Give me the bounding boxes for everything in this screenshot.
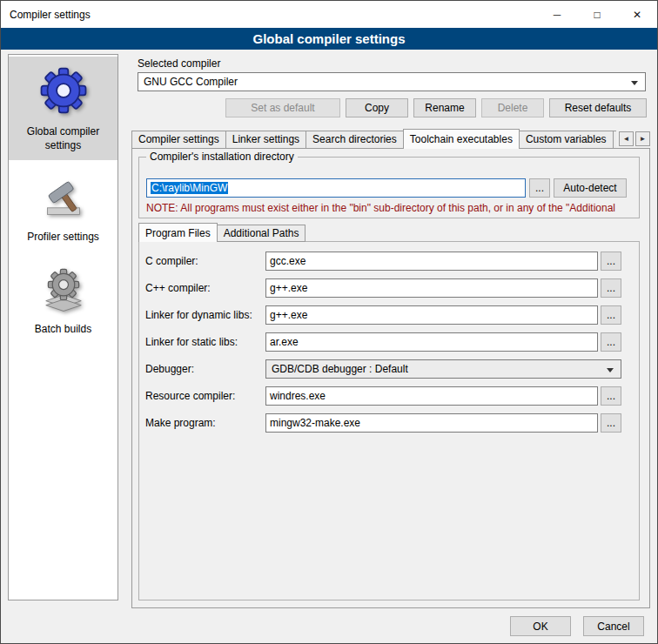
profiler-tool-icon [40,174,87,224]
cancel-button[interactable]: Cancel [583,616,644,636]
tab-compiler-settings[interactable]: Compiler settings [131,131,226,149]
make-program-browse-button[interactable]: ... [601,413,621,433]
linker-static-browse-button[interactable]: ... [601,332,621,352]
field-row-make-program: Make program: mingw32-make.exe ... [145,413,621,433]
dialog-footer: OK Cancel [510,616,644,636]
settings-tab-bar: Compiler settings Linker settings Search… [131,129,650,149]
debugger-label: Debugger: [145,363,265,375]
resource-compiler-input[interactable]: windres.exe [265,386,598,406]
ok-button[interactable]: OK [510,616,571,636]
tab-linker-settings[interactable]: Linker settings [225,131,306,149]
copy-button[interactable]: Copy [346,98,408,117]
selected-compiler-label: Selected compiler [138,57,220,70]
set-as-default-button: Set as default [225,98,340,117]
dialog-header-title: Global compiler settings [252,31,405,46]
tab-toolchain-executables[interactable]: Toolchain executables [403,129,520,149]
close-icon[interactable]: ✕ [617,1,657,28]
installation-directory-input[interactable]: C:\raylib\MinGW [146,178,526,198]
window-controls: ─ □ ✕ [537,1,657,28]
selected-text: C:\raylib\MinGW [151,182,228,194]
linker-dynamic-input[interactable]: g++.exe [265,305,598,325]
installation-directory-row: C:\raylib\MinGW ... Auto-detect [146,178,627,198]
sidebar-item-batch-builds[interactable]: Batch builds [9,258,118,345]
cpp-compiler-browse-button[interactable]: ... [601,278,621,298]
maximize-icon[interactable]: □ [577,1,617,28]
installation-directory-browse-button[interactable]: ... [529,178,550,198]
window-title: Compiler settings [10,9,91,21]
rename-button[interactable]: Rename [413,98,476,117]
compiler-actions: Set as default Copy Rename Delete Reset … [138,98,646,117]
tab-scroll-left-icon[interactable]: ◄ [619,131,634,146]
cpp-compiler-label: C++ compiler: [145,282,265,294]
dialog-content: Global compiler settings Profiler settin… [1,50,657,643]
debugger-dropdown[interactable]: GDB/CDB debugger : Default [265,359,621,379]
reset-defaults-button[interactable]: Reset defaults [549,98,647,117]
settings-category-list: Global compiler settings Profiler settin… [8,54,118,600]
linker-dynamic-browse-button[interactable]: ... [601,305,621,325]
program-files-tab-bar: Program Files Additional Paths [138,223,306,242]
cpp-compiler-input[interactable]: g++.exe [265,278,598,298]
tab-scroll-right-icon[interactable]: ► [635,131,650,146]
sidebar-item-label: Batch builds [35,323,91,337]
c-compiler-label: C compiler: [145,255,265,267]
compiler-settings-window: Compiler settings ─ □ ✕ Global compiler … [0,0,658,644]
resource-compiler-browse-button[interactable]: ... [601,386,621,406]
auto-detect-button[interactable]: Auto-detect [554,178,627,198]
make-program-input[interactable]: mingw32-make.exe [265,413,598,433]
tab-program-files[interactable]: Program Files [138,223,218,242]
settings-tabs: Compiler settings Linker settings Search… [131,129,616,149]
dialog-header: Global compiler settings [1,28,657,50]
titlebar: Compiler settings ─ □ ✕ [1,1,657,28]
field-row-c-compiler: C compiler: gcc.exe ... [145,252,621,271]
installation-directory-group: Compiler's installation directory C:\ray… [138,157,640,218]
tab-search-directories[interactable]: Search directories [306,131,404,149]
program-files-panel: C compiler: gcc.exe ... C++ compiler: g+… [138,241,640,600]
resource-compiler-label: Resource compiler: [145,390,265,402]
c-compiler-browse-button[interactable]: ... [601,252,621,271]
field-row-debugger: Debugger: GDB/CDB debugger : Default [145,359,621,379]
blue-gear-icon [38,65,89,118]
batch-builds-icon [40,266,87,316]
toolchain-executables-panel: Compiler's installation directory C:\ray… [131,148,650,608]
make-program-label: Make program: [145,417,265,429]
field-row-linker-static: Linker for static libs: ar.exe ... [145,332,621,352]
c-compiler-input[interactable]: gcc.exe [265,252,598,271]
installation-directory-note: NOTE: All programs must exist either in … [146,202,627,214]
delete-button: Delete [481,98,544,117]
installation-directory-group-title: Compiler's installation directory [146,151,298,163]
linker-dynamic-label: Linker for dynamic libs: [145,309,265,321]
tab-build-options-truncated[interactable]: Builc [613,131,616,149]
tab-scroll-controls: ◄ ► [619,131,650,149]
sidebar-item-label: Profiler settings [27,231,99,245]
linker-static-input[interactable]: ar.exe [265,332,598,352]
tab-custom-variables[interactable]: Custom variables [519,131,614,149]
linker-static-label: Linker for static libs: [145,336,265,348]
field-row-cpp-compiler: C++ compiler: g++.exe ... [145,278,621,298]
selected-compiler-dropdown[interactable]: GNU GCC Compiler [138,72,646,91]
sidebar-item-global-compiler-settings[interactable]: Global compiler settings [9,57,118,160]
sidebar-item-profiler-settings[interactable]: Profiler settings [9,165,118,252]
tab-additional-paths[interactable]: Additional Paths [217,225,306,242]
field-row-linker-dynamic: Linker for dynamic libs: g++.exe ... [145,305,621,325]
sidebar-item-label: Global compiler settings [11,125,115,152]
field-row-resource-compiler: Resource compiler: windres.exe ... [145,386,621,406]
minimize-icon[interactable]: ─ [537,1,577,28]
